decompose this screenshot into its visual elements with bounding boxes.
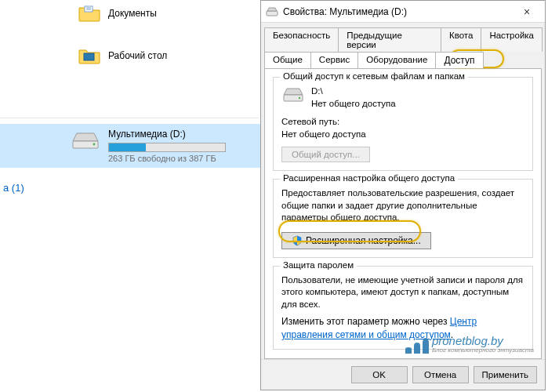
watermark-sub: Блог компьютерного энтузиаста: [432, 347, 534, 354]
pwd-desc: Пользователи, не имеющие учетной записи …: [281, 274, 524, 311]
drive-row-d[interactable]: Мультимедиа (D:) 263 ГБ свободно из 387 …: [0, 124, 260, 168]
group-title: Защита паролем: [280, 260, 357, 270]
pwd-link-prefix: Изменить этот параметр можно через: [281, 316, 450, 327]
group-title: Общий доступ к сетевым файлам и папкам: [280, 71, 468, 81]
folder-label: Рабочий стол: [108, 50, 167, 61]
svg-point-8: [299, 97, 300, 99]
cancel-button[interactable]: Отмена: [412, 366, 469, 383]
advanced-sharing-button[interactable]: Расширенная настройка...: [281, 232, 431, 249]
shield-icon: [292, 235, 303, 246]
netpath-label: Сетевой путь:: [281, 116, 524, 129]
svg-point-5: [93, 143, 96, 146]
share-status: Нет общего доступа: [311, 98, 396, 111]
watermark: pronetblog.by Блог компьютерного энтузиа…: [405, 335, 534, 354]
hdd-icon: [281, 87, 305, 103]
folder-documents[interactable]: Документы: [0, 0, 259, 27]
folder-icon: [78, 5, 100, 22]
netpath-value: Нет общего доступа: [281, 129, 524, 141]
drive-info: Мультимедиа (D:) 263 ГБ свободно из 387 …: [108, 129, 226, 163]
group-advanced-sharing: Расширенная настройка общего доступа Пре…: [273, 179, 533, 258]
share-button[interactable]: Общий доступ...: [281, 147, 370, 162]
tab-sharing-label: Доступ: [444, 55, 474, 66]
advanced-desc: Предоставляет пользовательские разрешени…: [281, 187, 524, 224]
tab-sharing[interactable]: Доступ: [435, 52, 483, 68]
advanced-btn-label: Расширенная настройка...: [306, 235, 421, 246]
window-title: Свойства: Мультимедиа (D:): [283, 6, 514, 17]
folder-label: Документы: [108, 8, 157, 19]
tab-previous-versions[interactable]: Предыдущие версии: [338, 27, 441, 52]
tab-tools[interactable]: Сервис: [310, 52, 358, 68]
tab-general[interactable]: Общие: [264, 52, 311, 68]
tab-strip: Безопасность Предыдущие версии Квота Нас…: [261, 23, 545, 68]
folder-icon: [78, 47, 100, 64]
watermark-name: pronetblog.by: [432, 335, 534, 347]
watermark-bars-icon: [405, 338, 429, 354]
tab-security[interactable]: Безопасность: [264, 27, 339, 52]
apply-button[interactable]: Применить: [474, 366, 537, 383]
group-network-sharing: Общий доступ к сетевым файлам и папкам D…: [273, 77, 533, 171]
separator: [0, 118, 259, 118]
share-path: D:\: [311, 85, 396, 98]
ok-button[interactable]: OK: [351, 366, 408, 383]
tab-hardware[interactable]: Оборудование: [357, 52, 436, 68]
svg-rect-6: [267, 11, 278, 16]
explorer-pane: Документы Рабочий стол 78,7 ГБ Мультимед…: [0, 0, 259, 392]
folder-desktop[interactable]: Рабочий стол: [0, 42, 259, 69]
properties-dialog: Свойства: Мультимедиа (D:) × Безопасност…: [260, 0, 546, 390]
tab-quota[interactable]: Квота: [441, 27, 481, 52]
svg-rect-3: [84, 53, 94, 60]
close-button[interactable]: ×: [514, 3, 540, 20]
group-title: Расширенная настройка общего доступа: [280, 173, 458, 183]
partial-link[interactable]: а (1): [0, 179, 24, 194]
tab-content-sharing: Общий доступ к сетевым файлам и папкам D…: [264, 68, 542, 359]
hdd-icon: [71, 129, 100, 149]
dialog-footer: OK Отмена Применить: [261, 359, 545, 390]
drive-usage-fill: [109, 143, 146, 151]
drive-name: Мультимедиа (D:): [108, 129, 226, 140]
hdd-icon: [266, 7, 278, 16]
tab-customize[interactable]: Настройка: [481, 27, 543, 52]
drive-usage-bar: [108, 143, 226, 152]
drive-free-text: 263 ГБ свободно из 387 ГБ: [108, 154, 226, 163]
titlebar: Свойства: Мультимедиа (D:) ×: [261, 1, 545, 23]
